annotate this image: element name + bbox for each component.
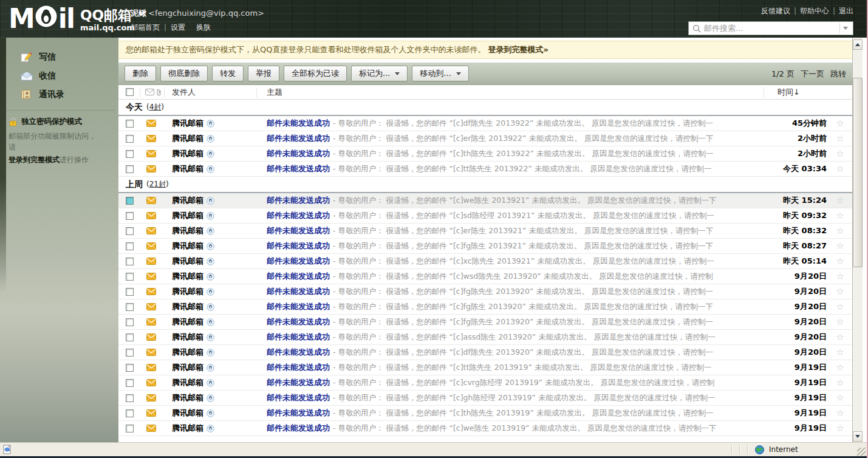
star-icon[interactable]: ☆: [827, 210, 853, 221]
mail-row[interactable]: 腾讯邮箱邮件未能发送成功- 尊敬的用户： 很遗憾，您的邮件 “[c]fg陈先生 …: [118, 284, 853, 299]
mail-subject[interactable]: 邮件未能发送成功: [267, 195, 330, 206]
sidebar-item-inbox[interactable]: 收信: [0, 66, 118, 85]
star-icon[interactable]: ☆: [827, 133, 853, 144]
star-icon[interactable]: ☆: [827, 362, 853, 373]
mail-row[interactable]: 腾讯邮箱邮件未能发送成功- 尊敬的用户： 很遗憾，您的邮件 “[c]we陈生 2…: [118, 421, 853, 436]
link-help-center[interactable]: 帮助中心: [800, 7, 829, 15]
mail-subject[interactable]: 邮件未能发送成功: [267, 347, 330, 358]
star-icon[interactable]: ☆: [827, 195, 853, 206]
section-count-link[interactable]: (21封): [146, 179, 169, 190]
star-icon[interactable]: ☆: [827, 163, 853, 174]
jump-page-link[interactable]: 跳转: [830, 69, 846, 80]
row-checkbox[interactable]: [126, 409, 134, 417]
column-header-subject[interactable]: 主题: [257, 87, 764, 97]
mail-subject[interactable]: 邮件未能发送成功: [267, 423, 330, 434]
scroll-up-button[interactable]: [853, 39, 863, 50]
mail-row[interactable]: 腾讯邮箱邮件未能发送成功- 尊敬的用户： 很遗憾，您的邮件 “[c]fg陈生 2…: [118, 239, 853, 254]
link-logout[interactable]: 退出: [839, 7, 853, 15]
star-icon[interactable]: ☆: [827, 347, 853, 358]
scroll-down-button[interactable]: [853, 431, 863, 442]
star-icon[interactable]: ☆: [827, 286, 853, 297]
mail-subject[interactable]: 邮件未能发送成功: [267, 301, 330, 312]
star-icon[interactable]: ☆: [827, 392, 853, 403]
mail-row[interactable]: 腾讯邮箱邮件未能发送成功- 尊敬的用户： 很遗憾，您的邮件 “[c]cvrg陈经…: [118, 375, 853, 391]
mail-subject[interactable]: 邮件未能发送成功: [267, 316, 330, 327]
row-checkbox[interactable]: [126, 273, 134, 281]
scrollbar-thumb[interactable]: [853, 78, 863, 267]
row-checkbox[interactable]: [126, 227, 134, 235]
vertical-scrollbar[interactable]: [852, 38, 863, 442]
mail-subject[interactable]: 邮件未能发送成功: [267, 332, 330, 343]
row-checkbox[interactable]: [126, 303, 134, 311]
row-checkbox[interactable]: [126, 379, 134, 387]
row-checkbox[interactable]: [126, 120, 134, 128]
star-icon[interactable]: ☆: [827, 241, 853, 251]
row-checkbox[interactable]: [126, 364, 134, 372]
mail-row[interactable]: 腾讯邮箱邮件未能发送成功- 尊敬的用户： 很遗憾，您的邮件 “[c]xc陈先生 …: [118, 254, 853, 269]
resize-grip[interactable]: [857, 448, 866, 456]
mail-row[interactable]: 腾讯邮箱邮件未能发送成功- 尊敬的用户： 很遗憾，您的邮件 “[c]df陈先生 …: [118, 116, 853, 131]
search-scope-dropdown[interactable]: [839, 23, 850, 33]
mail-subject[interactable]: 邮件未能发送成功: [267, 225, 330, 236]
star-icon[interactable]: ☆: [827, 332, 853, 343]
mail-row[interactable]: 腾讯邮箱邮件未能发送成功- 尊敬的用户： 很遗憾，您的邮件 “[c]tt陈先生 …: [118, 162, 853, 177]
notice-full-mode-link[interactable]: 登录到完整模式»: [488, 45, 548, 54]
star-icon[interactable]: ☆: [827, 377, 853, 388]
next-page-link[interactable]: 下一页: [801, 69, 824, 80]
mail-subject[interactable]: 邮件未能发送成功: [267, 118, 330, 129]
mail-row[interactable]: 腾讯邮箱邮件未能发送成功- 尊敬的用户： 很遗憾，您的邮件 “[c]we陈生 2…: [118, 193, 853, 208]
delete-completely-button[interactable]: 彻底删除: [160, 66, 208, 81]
star-icon[interactable]: ☆: [827, 256, 853, 267]
mail-subject[interactable]: 邮件未能发送成功: [267, 256, 330, 267]
mail-subject[interactable]: 邮件未能发送成功: [267, 286, 330, 297]
section-count-link[interactable]: (4封): [146, 102, 164, 112]
mail-subject[interactable]: 邮件未能发送成功: [267, 408, 330, 419]
mail-row[interactable]: 腾讯邮箱邮件未能发送成功- 尊敬的用户： 很遗憾，您的邮件 “[c]th陈先生 …: [118, 146, 853, 162]
nav-change-skin[interactable]: 换肤: [196, 23, 211, 32]
row-checkbox[interactable]: [126, 394, 134, 402]
mail-row[interactable]: 腾讯邮箱邮件未能发送成功- 尊敬的用户： 很遗憾，您的邮件 “[c]tt陈先生 …: [118, 360, 853, 375]
star-icon[interactable]: ☆: [827, 118, 853, 129]
mail-subject[interactable]: 邮件未能发送成功: [267, 377, 330, 388]
delete-button[interactable]: 删除: [125, 66, 156, 81]
column-header-sender[interactable]: 发件人: [165, 87, 257, 97]
row-checkbox[interactable]: [126, 349, 134, 357]
forward-button[interactable]: 转发: [212, 66, 244, 81]
select-all-checkbox[interactable]: [126, 88, 134, 96]
search-input[interactable]: [704, 24, 839, 33]
mail-row[interactable]: 腾讯邮箱邮件未能发送成功- 尊敬的用户： 很遗憾，您的邮件 “[c]er陈生 2…: [118, 131, 853, 146]
row-checkbox[interactable]: [126, 258, 134, 265]
row-checkbox[interactable]: [126, 165, 134, 173]
mail-row[interactable]: 腾讯邮箱邮件未能发送成功- 尊敬的用户： 很遗憾，您的邮件 “[c]df陈先生 …: [118, 345, 853, 360]
mail-row[interactable]: 腾讯邮箱邮件未能发送成功- 尊敬的用户： 很遗憾，您的邮件 “[c]th陈先生 …: [118, 406, 853, 421]
mail-subject[interactable]: 邮件未能发送成功: [267, 271, 330, 282]
mail-row[interactable]: 腾讯邮箱邮件未能发送成功- 尊敬的用户： 很遗憾，您的邮件 “[c]gh陈经理 …: [118, 391, 853, 406]
star-icon[interactable]: ☆: [827, 301, 853, 312]
star-icon[interactable]: ☆: [827, 225, 853, 236]
mail-row[interactable]: 腾讯邮箱邮件未能发送成功- 尊敬的用户： 很遗憾，您的邮件 “[c]sd陈经理 …: [118, 208, 853, 224]
mail-subject[interactable]: 邮件未能发送成功: [267, 392, 330, 403]
row-checkbox[interactable]: [126, 150, 134, 158]
mail-subject[interactable]: 邮件未能发送成功: [267, 148, 330, 159]
mail-subject[interactable]: 邮件未能发送成功: [267, 133, 330, 144]
row-checkbox[interactable]: [126, 333, 134, 341]
mail-row[interactable]: 腾讯邮箱邮件未能发送成功- 尊敬的用户： 很遗憾，您的邮件 “[c]wsd陈先生…: [118, 269, 853, 284]
row-checkbox[interactable]: [126, 135, 134, 143]
row-checkbox[interactable]: [126, 197, 134, 205]
column-header-time[interactable]: 时间↓: [764, 87, 853, 97]
qqmail-logo[interactable]: M il QQ邮箱 mail.qq.com: [9, 4, 135, 34]
mail-subject[interactable]: 邮件未能发送成功: [267, 241, 330, 251]
sidebar-item-compose[interactable]: 写信: [0, 47, 118, 66]
nav-mail-home[interactable]: 邮箱首页: [131, 23, 160, 32]
mail-row[interactable]: 腾讯邮箱邮件未能发送成功- 尊敬的用户： 很遗憾，您的邮件 “[c]fg陈先生 …: [118, 315, 853, 330]
sidebar-item-contacts[interactable]: 通讯录: [0, 85, 118, 104]
mark-all-read-button[interactable]: 全部标为已读: [284, 66, 347, 81]
link-feedback[interactable]: 反馈建议: [761, 7, 790, 15]
row-checkbox[interactable]: [126, 242, 134, 250]
mail-row[interactable]: 腾讯邮箱邮件未能发送成功- 尊敬的用户： 很遗憾，您的邮件 “[c]er陈生 2…: [118, 224, 853, 239]
nav-settings[interactable]: 设置: [171, 23, 185, 32]
star-icon[interactable]: ☆: [827, 271, 853, 282]
row-checkbox[interactable]: [126, 318, 134, 326]
mark-as-dropdown[interactable]: 标记为...: [351, 66, 408, 81]
mail-row[interactable]: 腾讯邮箱邮件未能发送成功- 尊敬的用户： 很遗憾，您的邮件 “[c]assd陈生…: [118, 330, 853, 345]
